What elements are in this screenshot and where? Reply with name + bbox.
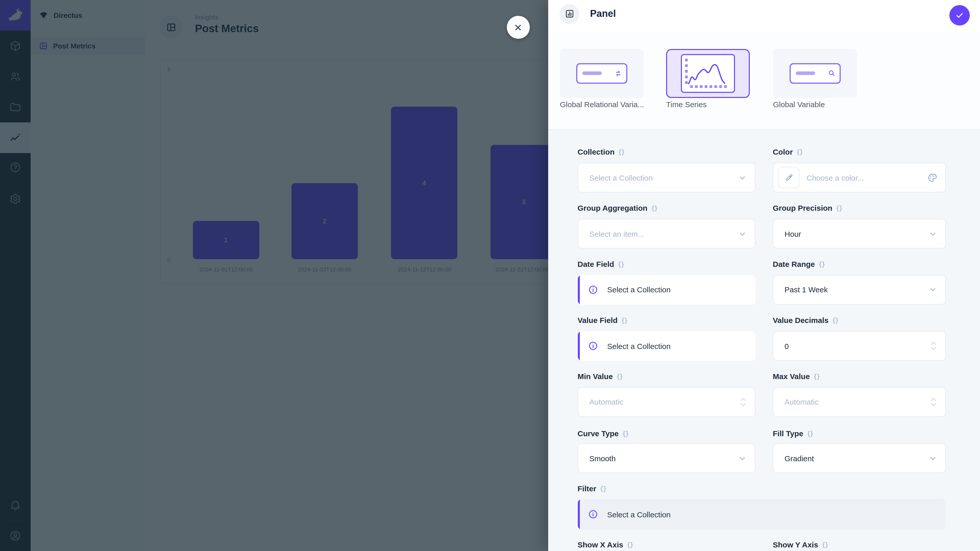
raw-value-icon[interactable]: {} [807, 429, 813, 437]
field-label-value-field: Value Field{} [578, 314, 628, 326]
palette-icon[interactable] [928, 173, 937, 183]
field-label-group-aggregation: Group Aggregation{} [578, 202, 658, 213]
raw-value-icon[interactable]: {} [797, 148, 803, 156]
swap-arrows-icon [614, 69, 622, 78]
input-mock-icon [576, 63, 627, 84]
field-label-fill-type: Fill Type{} [773, 427, 814, 439]
type-card-label: Global Relational Varia... [560, 100, 644, 109]
number-stepper[interactable] [930, 341, 937, 351]
number-stepper[interactable] [930, 397, 937, 407]
date-range-select[interactable]: Past 1 Week [773, 275, 946, 304]
date-field-notice: Select a Collection [578, 275, 756, 304]
chevron-down-icon [928, 454, 937, 462]
value-field-notice: Select a Collection [578, 331, 756, 361]
chevron-down-icon [738, 173, 747, 182]
field-label-date-range: Date Range{} [773, 258, 825, 269]
max-value-input[interactable]: Automatic [773, 387, 946, 416]
raw-value-icon[interactable]: {} [822, 541, 829, 548]
fill-type-select[interactable]: Gradient [773, 443, 946, 473]
stepper-up-icon [930, 397, 937, 401]
field-label-group-precision: Group Precision{} [773, 202, 843, 213]
drawer-header: Panel [548, 0, 980, 32]
type-card-time-series[interactable] [666, 49, 750, 98]
stepper-up-icon [740, 397, 747, 401]
filter-notice: Select a Collection [578, 499, 946, 530]
curve-type-select[interactable]: Smooth [578, 443, 756, 473]
raw-value-icon[interactable]: {} [836, 204, 842, 212]
panel-drawer: Panel [548, 0, 980, 551]
drawer-overlay[interactable] [0, 0, 548, 551]
info-icon [588, 341, 598, 351]
field-label-collection: Collection{} [578, 146, 625, 157]
type-card-global-variable[interactable] [773, 49, 857, 98]
raw-value-icon[interactable]: {} [619, 148, 625, 156]
collection-select[interactable]: Select a Collection [578, 163, 756, 192]
field-label-color: Color{} [773, 146, 803, 157]
save-panel-button[interactable] [949, 5, 969, 25]
insert-chart-icon [564, 9, 574, 19]
time-series-mock-icon [681, 54, 735, 93]
panel-type-icon-button [559, 4, 579, 24]
type-card-label: Time Series [666, 100, 707, 109]
raw-value-icon[interactable]: {} [618, 260, 624, 268]
check-icon [955, 11, 964, 20]
stepper-down-icon [930, 402, 937, 407]
type-card-global-relational-variable[interactable] [560, 49, 644, 98]
raw-value-icon[interactable]: {} [623, 429, 629, 437]
input-mock-icon [789, 63, 840, 84]
chevron-down-icon [738, 229, 747, 238]
info-icon [588, 509, 598, 519]
raw-value-icon[interactable]: {} [600, 484, 606, 492]
field-label-max-value: Max Value{} [773, 371, 820, 382]
chevron-down-icon [928, 229, 937, 238]
eyedropper-button[interactable] [778, 167, 799, 188]
raw-value-icon[interactable]: {} [832, 316, 838, 324]
field-label-show-y-axis: Show Y Axis{} [773, 539, 829, 550]
field-label-date-field: Date Field{} [578, 258, 625, 269]
number-stepper[interactable] [740, 397, 747, 407]
stepper-up-icon [930, 341, 937, 345]
search-icon [828, 70, 835, 77]
value-decimals-input[interactable]: 0 [773, 331, 946, 361]
raw-value-icon[interactable]: {} [627, 541, 633, 548]
close-drawer-button[interactable] [507, 16, 530, 39]
field-label-show-x-axis: Show X Axis{} [578, 539, 633, 550]
group-aggregation-select[interactable]: Select an item... [578, 219, 756, 248]
info-icon [588, 284, 598, 295]
min-value-input[interactable]: Automatic [578, 387, 756, 416]
chevron-down-icon [928, 285, 937, 294]
field-label-filter: Filter{} [578, 483, 607, 494]
eyedropper-icon [784, 173, 793, 182]
raw-value-icon[interactable]: {} [617, 372, 623, 380]
type-card-label: Global Variable [773, 100, 825, 109]
raw-value-icon[interactable]: {} [819, 260, 825, 268]
raw-value-icon[interactable]: {} [814, 372, 820, 380]
raw-value-icon[interactable]: {} [622, 316, 628, 324]
close-icon [514, 23, 523, 32]
field-label-curve-type: Curve Type{} [578, 427, 629, 439]
field-label-min-value: Min Value{} [578, 371, 623, 382]
chevron-down-icon [738, 454, 747, 462]
group-precision-select[interactable]: Hour [773, 219, 946, 248]
color-input[interactable]: Choose a color... [773, 163, 946, 192]
raw-value-icon[interactable]: {} [652, 204, 658, 212]
stepper-down-icon [930, 346, 937, 351]
field-label-value-decimals: Value Decimals{} [773, 314, 839, 326]
drawer-title: Panel [590, 8, 616, 19]
stepper-down-icon [740, 402, 747, 407]
